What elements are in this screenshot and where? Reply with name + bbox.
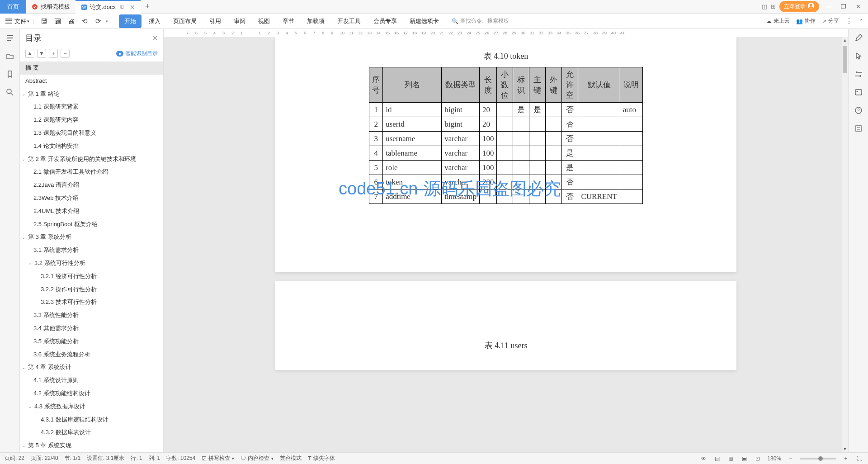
table-cell[interactable] xyxy=(513,175,529,189)
table-cell[interactable]: userid xyxy=(383,117,442,132)
close-button[interactable]: ✕ xyxy=(852,1,864,12)
toc-item[interactable]: 3.2.3 技术可行性分析 xyxy=(20,296,163,309)
eye-icon[interactable]: 👁 xyxy=(699,455,708,463)
table-cell[interactable] xyxy=(497,161,513,175)
chevron-down-icon[interactable]: ⌄ xyxy=(22,364,28,371)
ribbon-view[interactable]: 视图 xyxy=(253,14,275,28)
table-cell[interactable] xyxy=(578,175,620,189)
toc-item[interactable]: ⌄第 3 章 系统分析 xyxy=(20,231,163,244)
view-outline-icon[interactable]: ▦ xyxy=(726,455,735,463)
scroll-up-icon[interactable]: ▲ xyxy=(842,37,848,43)
toc-item[interactable]: 4.3.1 数据库逻辑结构设计 xyxy=(20,413,163,426)
table-cell[interactable]: token xyxy=(383,175,442,189)
table-cell[interactable]: 是 xyxy=(513,103,529,117)
scroll-down-icon[interactable]: ▼ xyxy=(842,446,848,452)
table-cell[interactable]: varchar xyxy=(442,146,480,161)
ribbon-review[interactable]: 审阅 xyxy=(228,14,251,28)
toc-item[interactable]: 3.6 系统业务流程分析 xyxy=(20,348,163,361)
view-page-icon[interactable]: ▤ xyxy=(713,455,721,463)
status-compat[interactable]: 兼容模式 xyxy=(280,455,302,462)
status-font[interactable]: T缺失字体 xyxy=(308,455,335,462)
ribbon-newtab[interactable]: 新建选项卡 xyxy=(404,14,444,28)
table-cell[interactable] xyxy=(620,117,642,132)
toc-item[interactable]: ⌄第 1 章 绪论 xyxy=(20,88,163,101)
toc-item[interactable]: ⌄第 5 章 系统实现 xyxy=(20,439,163,452)
redo-icon[interactable]: ⟳ xyxy=(92,15,104,27)
zoom-slider[interactable] xyxy=(800,458,836,459)
table-cell[interactable]: 是 xyxy=(562,161,578,175)
ribbon-addon[interactable]: 加载项 xyxy=(302,14,330,28)
ribbon-chapter[interactable]: 章节 xyxy=(277,14,300,28)
status-section[interactable]: 节: 1/1 xyxy=(65,455,80,462)
toc-item[interactable]: 3.2.2 操作可行性分析 xyxy=(20,283,163,296)
table-cell[interactable]: 1 xyxy=(369,103,383,117)
read-icon[interactable] xyxy=(853,123,864,134)
maximize-button[interactable]: ❐ xyxy=(837,1,850,12)
ribbon-devtools[interactable]: 开发工具 xyxy=(332,14,366,28)
collapse-icon[interactable]: ⌃ xyxy=(859,18,863,24)
table-cell[interactable]: 是 xyxy=(562,146,578,161)
status-spell[interactable]: ☑拼写检查 ▾ xyxy=(202,455,234,462)
table-cell[interactable]: 否 xyxy=(562,175,578,189)
tab-split-icon[interactable]: ⧉ xyxy=(120,4,124,11)
table-cell[interactable]: 3 xyxy=(369,132,383,146)
status-col[interactable]: 列: 1 xyxy=(149,455,160,462)
table-cell[interactable] xyxy=(546,117,562,132)
table-cell[interactable]: timestamp xyxy=(442,189,480,204)
ruler[interactable]: 7654321123456789101112131415161718192021… xyxy=(164,29,848,37)
toc-item[interactable]: 4.2 系统功能结构设计 xyxy=(20,387,163,400)
table-cell[interactable] xyxy=(529,161,546,175)
undo-icon[interactable]: ⟲ xyxy=(79,15,90,27)
save-icon[interactable]: 🖫 xyxy=(38,15,50,27)
tab-template[interactable]: 找稻壳模板 xyxy=(26,0,75,14)
table-cell[interactable]: 100 xyxy=(479,146,497,161)
chevron-down-icon[interactable]: ⌄ xyxy=(22,442,28,450)
zoom-level[interactable]: 130% xyxy=(767,455,781,462)
chevron-down-icon[interactable]: ⌄ xyxy=(22,234,28,241)
new-tab-button[interactable]: + xyxy=(141,0,154,14)
table-cell[interactable] xyxy=(513,189,529,204)
table-cell[interactable]: 200 xyxy=(479,175,497,189)
bookmark-icon[interactable] xyxy=(5,69,15,80)
table-cell[interactable] xyxy=(620,161,642,175)
document-scroll[interactable]: 表 4.10 token 序号列名数据类型长度小数位标识主键外键允许空默认值说明… xyxy=(164,37,848,452)
toc-item[interactable]: ⌄4.3 系统数据库设计 xyxy=(20,400,163,413)
minimize-button[interactable]: — xyxy=(823,1,835,12)
zoom-in-icon[interactable]: + xyxy=(842,455,850,463)
table-cell[interactable] xyxy=(620,189,642,204)
chevron-down-icon[interactable]: ⌄ xyxy=(22,156,28,163)
table-cell[interactable]: CURRENT xyxy=(578,189,620,204)
chevron-down-icon[interactable]: ⌄ xyxy=(22,90,28,98)
table-cell[interactable]: 7 xyxy=(369,189,383,204)
toc-item[interactable]: 4.3.2 数据库表设计 xyxy=(20,426,163,439)
table-cell[interactable] xyxy=(529,189,546,204)
table-cell[interactable] xyxy=(513,117,529,132)
table-cell[interactable] xyxy=(497,189,513,204)
search-rail-icon[interactable] xyxy=(5,87,15,98)
ribbon-member[interactable]: 会员专享 xyxy=(368,14,402,28)
table-cell[interactable]: 5 xyxy=(369,161,383,175)
table-cell[interactable]: role xyxy=(383,161,442,175)
login-button[interactable]: 立即登录 xyxy=(779,1,819,12)
table-cell[interactable]: 20 xyxy=(479,117,497,132)
table-cell[interactable]: 100 xyxy=(479,161,497,175)
fit-icon[interactable]: ⊡ xyxy=(754,455,762,463)
table-cell[interactable]: 否 xyxy=(562,189,578,204)
chevron-down-icon[interactable]: ⌄ xyxy=(28,260,34,267)
table-cell[interactable] xyxy=(578,117,620,132)
table-cell[interactable]: auto xyxy=(620,103,642,117)
status-words[interactable]: 字数: 10254 xyxy=(166,455,195,462)
table-cell[interactable]: 6 xyxy=(369,175,383,189)
collab-button[interactable]: 👥协作 xyxy=(796,17,816,25)
more-menu[interactable]: ⋮ xyxy=(845,17,853,25)
table-cell[interactable] xyxy=(546,146,562,161)
toc-item[interactable]: 3.1 系统需求分析 xyxy=(20,244,163,257)
toc-item[interactable]: 2.5 SpringBoot 框架介绍 xyxy=(20,218,163,231)
toc-item[interactable]: 4.1 系统设计原则 xyxy=(20,374,163,387)
zoom-out-icon[interactable]: − xyxy=(787,455,795,463)
table-cell[interactable] xyxy=(497,103,513,117)
outline-icon[interactable] xyxy=(5,33,15,43)
table-cell[interactable] xyxy=(546,161,562,175)
table-cell[interactable] xyxy=(529,117,546,132)
toc-item[interactable]: 2.3Web 技术介绍 xyxy=(20,192,163,205)
